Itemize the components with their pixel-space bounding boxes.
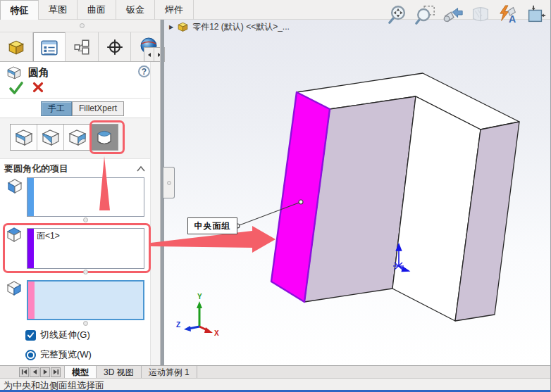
first-tab-icon[interactable] (19, 367, 29, 377)
property-manager-icon (40, 39, 58, 56)
tree-expander-icon[interactable]: ▶ (169, 24, 173, 30)
listbox-resize-grip[interactable] (83, 270, 88, 274)
items-to-fillet-group[interactable]: 要圆角化的项目 (4, 163, 146, 175)
view-orientation-icon[interactable] (524, 3, 547, 26)
edge-selection-list[interactable] (27, 177, 144, 217)
document-title[interactable]: 零件12 (默认) <<默认>_... (192, 21, 290, 33)
group-header-label: 要圆角化的项目 (4, 163, 68, 175)
variable-size-fillet-button[interactable] (37, 125, 64, 150)
fillet-header: 圆角 (6, 65, 49, 80)
prev-tab-icon[interactable] (30, 367, 39, 377)
tab-nav-buttons (19, 366, 61, 378)
separator (0, 98, 150, 99)
chevron-up-icon[interactable] (136, 165, 146, 172)
zoom-to-fit-icon[interactable] (386, 3, 409, 26)
listbox-resize-grip[interactable] (83, 321, 88, 326)
face-fillet-button[interactable] (64, 125, 91, 150)
model-tab[interactable]: 模型 (64, 366, 97, 378)
full-preview-row: 完整预览(W) (25, 348, 92, 361)
heads-up-toolbar: A (386, 3, 547, 26)
ribbon-grip-dot[interactable] (80, 23, 85, 28)
listbox-resize-grip[interactable] (83, 217, 88, 222)
handle-dot (167, 181, 171, 185)
tutorial-highlight-selection (3, 223, 151, 273)
svg-text:A: A (508, 13, 515, 25)
panel-title: 圆角 (28, 66, 49, 80)
status-bar: 为中央和边侧面组选择面 (0, 378, 551, 390)
side-face-selection-list[interactable] (27, 280, 144, 320)
fillet-feature-icon (6, 65, 23, 80)
tab-property-manager[interactable] (33, 32, 66, 62)
last-tab-icon[interactable] (51, 367, 61, 377)
tab-weldments[interactable]: 焊件 (155, 0, 194, 20)
selection-stripe (27, 178, 34, 216)
hide-show-annotations-icon[interactable]: A (496, 3, 519, 26)
tangent-propagation-checkbox[interactable] (25, 330, 36, 341)
manual-mode-tab[interactable]: 手工 (41, 101, 72, 116)
edge-set-icon (7, 178, 23, 194)
center-face-set-callout[interactable]: 中央面组 (187, 217, 237, 234)
part-icon (7, 39, 25, 56)
motion-study-tab[interactable]: 运动算例 1 (142, 366, 197, 378)
cancel-x-icon[interactable] (31, 80, 45, 94)
scroll-left-icon[interactable] (144, 48, 154, 61)
zoom-to-area-icon[interactable] (414, 3, 437, 26)
3d-views-tab[interactable]: 3D 视图 (97, 366, 142, 378)
full-preview-label: 完整预览(W) (40, 348, 92, 361)
tangent-propagation-label: 切线延伸(G) (40, 329, 90, 341)
manager-panel-tabs (0, 32, 164, 62)
ok-cancel-row (8, 80, 45, 96)
help-icon[interactable]: ? (138, 65, 150, 77)
status-message: 为中央和边侧面组选择面 (4, 380, 104, 391)
callout-label: 中央面组 (194, 220, 231, 232)
tab-surfaces[interactable]: 曲面 (78, 0, 116, 20)
side-face-set-icon (6, 280, 22, 296)
tutorial-highlight-type (89, 120, 125, 154)
next-tab-icon[interactable] (40, 367, 50, 377)
previous-view-icon[interactable] (441, 3, 464, 26)
panel-scrollbar[interactable] (150, 62, 160, 365)
section-view-icon[interactable] (469, 3, 492, 26)
tab-sketch[interactable]: 草图 (39, 0, 78, 20)
tangent-propagation-row: 切线延伸(G) (25, 329, 90, 341)
dimxpert-icon (106, 39, 124, 56)
tab-dimxpert-manager[interactable] (99, 32, 132, 62)
document-tabs-bar: 模型 3D 视图 运动算例 1 (0, 365, 551, 378)
tab-configuration-manager[interactable] (66, 32, 99, 62)
fillet-mode-tabs: 手工 FilletXpert (41, 101, 124, 116)
ok-check-icon[interactable] (8, 80, 24, 96)
ribbon-collapsed-strip (0, 20, 164, 32)
filletxpert-mode-tab[interactable]: FilletXpert (72, 101, 124, 116)
tab-feature-manager[interactable] (0, 32, 33, 62)
constant-size-fillet-button[interactable] (11, 125, 37, 150)
feature-tree-flyout: ▶ 零件12 (默认) <<默认>_... (169, 20, 290, 34)
full-preview-radio[interactable] (25, 350, 36, 360)
solidworks-window: 特征 草图 曲面 钣金 焊件 ▶ 零件12 (默认) <<默认>_... (0, 0, 551, 392)
part-document-icon (177, 21, 189, 32)
panel-collapse-handle[interactable] (163, 167, 175, 198)
tab-features[interactable]: 特征 (0, 0, 39, 20)
tab-sheet-metal[interactable]: 钣金 (116, 0, 155, 20)
selection-stripe (28, 282, 35, 319)
configuration-manager-icon (73, 39, 91, 56)
